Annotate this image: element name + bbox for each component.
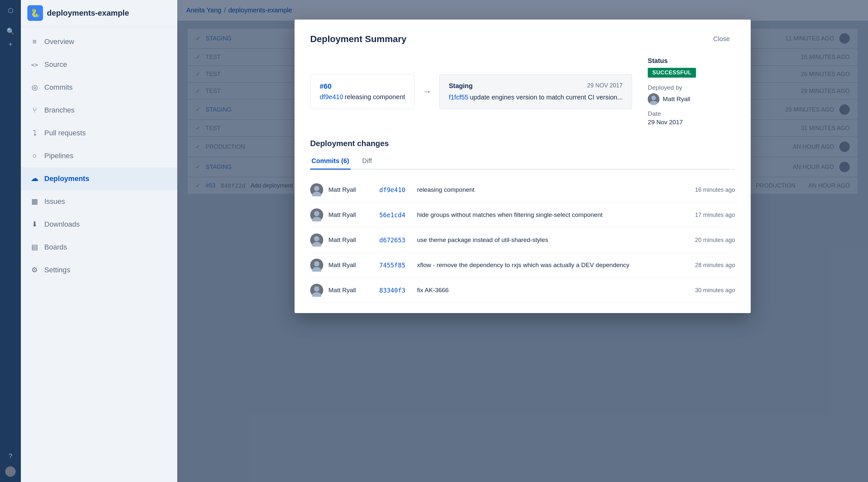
boards-icon: ▤: [30, 243, 39, 251]
commit-author-4: Matt Ryall: [329, 287, 374, 294]
list-item[interactable]: Matt Ryall 83340f3 fix AK-3666 30 minute…: [310, 278, 735, 303]
status-label: Status: [648, 57, 696, 64]
commit-hash-0[interactable]: df9e410: [379, 186, 412, 193]
modal-close-button[interactable]: Close: [708, 33, 735, 45]
commit-hash-2[interactable]: d672653: [379, 236, 412, 244]
list-item[interactable]: Matt Ryall 56e1cd4 hide groups without m…: [310, 202, 735, 228]
user-avatar-icon[interactable]: [4, 465, 17, 478]
from-deployment-card: #60 df9e410 releasing component: [310, 74, 414, 109]
to-card-hash[interactable]: f1fcf55: [449, 93, 468, 101]
source-icon: <>: [30, 61, 39, 68]
sidebar-item-commits[interactable]: ◎ Commits: [21, 76, 177, 99]
svg-point-10: [314, 286, 319, 291]
date-label: Date: [648, 110, 696, 117]
sidebar-label-branches: Branches: [44, 106, 74, 114]
commit-author-3: Matt Ryall: [329, 261, 374, 269]
overview-icon: ≡: [30, 37, 39, 46]
repo-logo: 🐍: [27, 5, 43, 21]
deployment-changes-section: Deployment changes Commits (6) Diff: [310, 139, 735, 303]
sidebar-label-overview: Overview: [44, 37, 74, 46]
from-card-details: df9e410 releasing component: [320, 93, 405, 101]
deployments-icon: ☁: [30, 174, 39, 183]
icon-rail: ⬡ 🔍 + ?: [0, 0, 21, 482]
sidebar-item-settings[interactable]: ⚙ Settings: [21, 259, 177, 281]
deployed-by-value: Matt Ryall: [648, 93, 696, 105]
svg-point-3: [312, 192, 321, 196]
deployer-avatar-image: [648, 93, 659, 105]
tab-commits[interactable]: Commits (6): [310, 153, 350, 170]
deployment-summary-modal: Deployment Summary Close #60 df9e410 rel…: [294, 20, 751, 313]
main-content: Aneita Yang / deployments-example ✓ STAG…: [177, 0, 868, 482]
commit-message-3: xflow - remove the dependency to rxjs wh…: [417, 261, 671, 269]
commit-author-avatar-1: [310, 208, 323, 221]
commit-hash-3[interactable]: 7455f85: [379, 261, 412, 269]
status-badge: SUCCESSFUL: [648, 68, 696, 78]
settings-icon: ⚙: [30, 266, 39, 274]
to-deployment-card: Staging 29 NOV 2017 f1fcf55 update engin…: [439, 74, 632, 109]
bitbucket-icon[interactable]: ⬡: [4, 4, 17, 17]
repo-title: deployments-example: [47, 8, 129, 18]
sidebar-item-source[interactable]: <> Source: [21, 53, 177, 76]
status-block: Status SUCCESSFUL Deployed by Matt Ryall: [648, 57, 696, 126]
staging-card-header: Staging 29 NOV 2017: [449, 82, 623, 93]
tab-diff[interactable]: Diff: [361, 153, 373, 170]
staging-environment-label: Staging: [449, 82, 472, 90]
from-card-hash[interactable]: df9e410: [320, 93, 343, 101]
sidebar-item-issues[interactable]: ▦ Issues: [21, 190, 177, 213]
commit-message-1: hide groups without matches when filteri…: [417, 211, 671, 219]
svg-point-8: [314, 261, 319, 266]
search-icon[interactable]: 🔍: [4, 25, 17, 38]
svg-point-9: [312, 267, 321, 272]
sidebar-label-pipelines: Pipelines: [44, 152, 73, 160]
pipelines-icon: ○: [30, 152, 39, 160]
sidebar-item-pull-requests[interactable]: ⤵ Pull requests: [21, 122, 177, 144]
sidebar-item-deployments[interactable]: ☁ Deployments: [21, 167, 177, 190]
svg-point-2: [314, 186, 319, 191]
svg-point-6: [314, 236, 319, 241]
commit-author-1: Matt Ryall: [329, 211, 374, 219]
sidebar-item-downloads[interactable]: ⬇ Downloads: [21, 213, 177, 236]
commit-hash-4[interactable]: 83340f3: [379, 287, 412, 294]
list-item[interactable]: Matt Ryall d672653 use theme package ins…: [310, 228, 735, 253]
deployer-avatar: [648, 93, 659, 105]
commits-icon: ◎: [30, 83, 39, 92]
commit-author-avatar-2: [310, 233, 323, 247]
commit-author-avatar-4: [310, 284, 323, 297]
commit-hash-1[interactable]: 56e1cd4: [379, 211, 412, 219]
list-item[interactable]: Matt Ryall 7455f85 xflow - remove the de…: [310, 253, 735, 278]
commit-time-1: 17 minutes ago: [676, 211, 735, 219]
commit-message-2: use theme package instead of util-shared…: [417, 236, 671, 244]
sidebar-label-boards: Boards: [44, 243, 67, 251]
modal-overlay[interactable]: Deployment Summary Close #60 df9e410 rel…: [177, 0, 868, 482]
changes-tabs: Commits (6) Diff: [310, 153, 735, 170]
help-icon[interactable]: ?: [4, 449, 17, 462]
sidebar-header: 🐍 deployments-example: [21, 0, 177, 26]
to-card-message: update engines version to match current …: [470, 93, 623, 101]
sidebar-nav: ≡ Overview <> Source ◎ Commits ⑂ Branche…: [21, 26, 177, 285]
date-value: 29 Nov 2017: [648, 119, 696, 126]
sidebar-item-branches[interactable]: ⑂ Branches: [21, 99, 177, 122]
sidebar-item-overview[interactable]: ≡ Overview: [21, 30, 177, 53]
changes-title: Deployment changes: [310, 139, 735, 148]
svg-point-11: [312, 292, 321, 297]
sidebar-item-pipelines[interactable]: ○ Pipelines: [21, 144, 177, 167]
commit-time-4: 30 minutes ago: [676, 287, 735, 294]
commits-list: Matt Ryall df9e410 releasing component 1…: [310, 177, 735, 303]
commit-author-2: Matt Ryall: [329, 236, 374, 244]
deployed-by-label: Deployed by: [648, 84, 696, 91]
branches-icon: ⑂: [30, 106, 39, 114]
deployer-name: Matt Ryall: [663, 95, 690, 103]
modal-title: Deployment Summary: [310, 34, 407, 44]
commit-time-3: 28 minutes ago: [676, 262, 735, 269]
from-card-message: releasing component: [345, 93, 405, 101]
modal-header: Deployment Summary Close: [310, 33, 735, 45]
issues-icon: ▦: [30, 197, 39, 206]
list-item[interactable]: Matt Ryall df9e410 releasing component 1…: [310, 177, 735, 202]
commit-message-4: fix AK-3666: [417, 287, 671, 294]
sidebar-item-boards[interactable]: ▤ Boards: [21, 236, 177, 259]
commit-author-avatar-0: [310, 183, 323, 196]
create-icon[interactable]: +: [4, 38, 17, 51]
commit-time-2: 20 minutes ago: [676, 237, 735, 244]
svg-point-4: [314, 211, 319, 216]
svg-point-0: [651, 95, 656, 100]
